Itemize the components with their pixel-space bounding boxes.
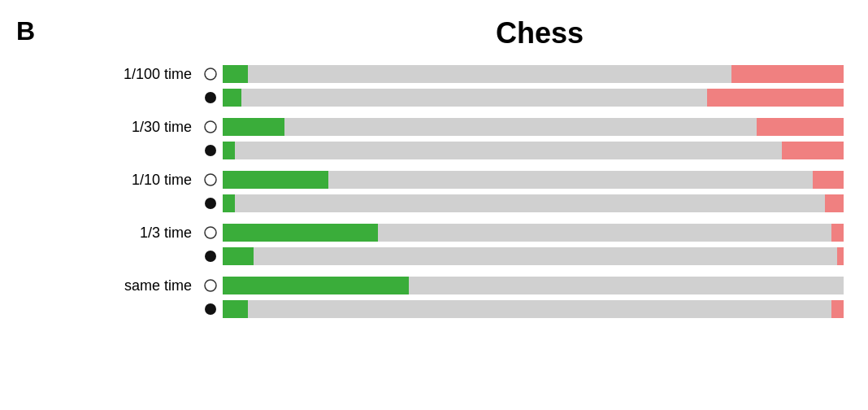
row-label: 1/10 time [41, 172, 203, 189]
bar-row: 1/10 time [41, 169, 844, 190]
filled-circle-icon [203, 196, 218, 211]
chart-title: Chess [236, 16, 844, 50]
bar-row: 1/10 time [41, 193, 844, 214]
svg-point-2 [205, 121, 216, 133]
svg-point-4 [205, 174, 216, 185]
bar-mid-segment [248, 65, 732, 83]
bar-row: same time [41, 275, 844, 296]
bar-row: 1/100 time [41, 87, 844, 108]
bar-pink-segment [731, 65, 844, 83]
bar-green-segment [223, 277, 409, 294]
row-label: 1/30 time [41, 119, 203, 136]
bar-mid-segment [235, 142, 781, 159]
bar-pink-segment [813, 171, 844, 189]
svg-point-5 [205, 198, 216, 209]
filled-circle-icon [203, 143, 218, 158]
main-container: B Chess 1/100 time1/100 time1/30 time1/3… [0, 0, 868, 410]
bar-track [223, 65, 844, 83]
row-label: 1/100 time [41, 66, 203, 83]
bar-green-segment [223, 142, 235, 159]
chart-area: 1/100 time1/100 time1/30 time1/30 time1/… [41, 63, 844, 320]
bar-row: 1/3 time [41, 222, 844, 243]
bar-mid-segment [254, 247, 837, 265]
row-group: 1/10 time1/10 time [41, 169, 844, 214]
bar-track [223, 118, 844, 136]
bar-track [223, 142, 844, 159]
open-circle-icon [203, 120, 218, 134]
bar-track [223, 194, 844, 212]
svg-point-8 [205, 280, 216, 291]
svg-point-3 [205, 145, 216, 156]
bar-green-segment [223, 247, 254, 265]
bar-row: 1/100 time [41, 63, 844, 85]
bar-track [223, 247, 844, 265]
open-circle-icon [203, 225, 218, 240]
svg-point-1 [205, 92, 216, 103]
bar-track [223, 89, 844, 107]
bar-green-segment [223, 118, 284, 136]
bar-track [223, 277, 844, 294]
bar-mid-segment [378, 224, 831, 242]
filled-circle-icon [203, 302, 218, 316]
bar-pink-segment [831, 224, 844, 242]
filled-circle-icon [203, 90, 218, 105]
bar-pink-segment [782, 142, 844, 159]
bar-pink-segment [825, 194, 844, 212]
filled-circle-icon [203, 249, 218, 264]
bar-pink-segment [831, 300, 844, 318]
bar-row: 1/3 time [41, 246, 844, 267]
bar-green-segment [223, 194, 235, 212]
bar-green-segment [223, 224, 378, 242]
bar-track [223, 224, 844, 242]
bar-mid-segment [235, 194, 825, 212]
bar-green-segment [223, 65, 248, 83]
bar-mid-segment [409, 277, 844, 294]
row-label: same time [41, 277, 203, 294]
bar-green-segment [223, 300, 248, 318]
row-group: same timesame time [41, 275, 844, 320]
bar-mid-segment [241, 89, 707, 107]
svg-point-6 [205, 227, 216, 238]
row-label: 1/3 time [41, 225, 203, 242]
panel-label: B [16, 16, 35, 46]
row-group: 1/30 time1/30 time [41, 116, 844, 161]
row-group: 1/3 time1/3 time [41, 222, 844, 267]
bar-track [223, 300, 844, 318]
svg-point-0 [205, 68, 216, 80]
bar-pink-segment [837, 247, 844, 265]
open-circle-icon [203, 172, 218, 187]
bar-mid-segment [248, 300, 831, 318]
open-circle-icon [203, 278, 218, 293]
row-group: 1/100 time1/100 time [41, 63, 844, 108]
bar-pink-segment [707, 89, 844, 107]
bar-row: same time [41, 299, 844, 320]
svg-point-9 [205, 303, 216, 315]
bar-row: 1/30 time [41, 116, 844, 137]
bar-track [223, 171, 844, 189]
bar-mid-segment [328, 171, 813, 189]
bar-green-segment [223, 89, 241, 107]
bar-pink-segment [757, 118, 844, 136]
open-circle-icon [203, 67, 218, 81]
svg-point-7 [205, 251, 216, 262]
bar-row: 1/30 time [41, 140, 844, 161]
bar-mid-segment [284, 118, 757, 136]
bar-green-segment [223, 171, 328, 189]
